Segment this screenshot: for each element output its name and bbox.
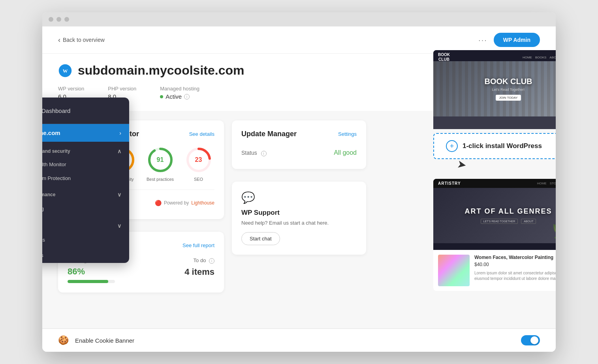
- artistry-content: 🌿 ART OF ALL GENRES LET'S READ TOGETHER …: [433, 188, 556, 243]
- gauge-label-seo: SEO: [194, 177, 203, 182]
- staging-label: Staging: [42, 206, 44, 212]
- artistry-topbar: ARTISTRY HOME STORY CONTACT: [433, 179, 556, 188]
- bc-nav-home: HOME: [523, 56, 532, 59]
- sidebar-item-performance[interactable]: Performance ∨: [42, 185, 129, 201]
- powered-by-text: Powered by: [164, 200, 189, 206]
- artistry-card: ARTISTRY HOME STORY CONTACT 🌿 ART OF ALL…: [433, 179, 556, 250]
- todo-section: To do i 4 items: [184, 257, 214, 277]
- top-bar-right: ··· WP Admin: [478, 33, 540, 47]
- gauge-label-best-practices: Best practices: [147, 177, 174, 182]
- artistry-nav-home: HOME: [537, 182, 547, 185]
- book-club-title: BOOK CLUB: [484, 77, 532, 86]
- sidebar-item-health-monitor[interactable]: Health Monitor: [42, 158, 129, 171]
- cookie-icon: 🍪: [58, 335, 69, 345]
- artistry-logo: ARTISTRY: [438, 181, 461, 186]
- sidebar-dashboard-label: Dashboard: [42, 107, 70, 114]
- gauge-value-seo: 23: [195, 156, 202, 163]
- watercolor-image: [438, 255, 470, 286]
- artistry-plant-icon: 🌿: [552, 221, 556, 239]
- start-chat-button[interactable]: Start chat: [241, 232, 280, 245]
- sidebar-item-staging[interactable]: Staging: [42, 201, 129, 216]
- sidebar-site-item[interactable]: one.com ›: [42, 124, 129, 142]
- artistry-title: ART OF ALL GENRES: [464, 207, 552, 216]
- browser-titlebar: [42, 12, 556, 26]
- browser-dot-close: [49, 17, 53, 22]
- book-club-logo: BOOKCLUB: [438, 53, 450, 62]
- status-info-icon[interactable]: i: [261, 151, 267, 156]
- hosting-status: Active i: [160, 93, 199, 100]
- todo-label: To do i: [194, 257, 214, 264]
- cursor-arrow-icon: ➤: [456, 157, 467, 171]
- book-club-nav: HOME BOOKS ABOUT CONTACT: [523, 56, 556, 59]
- plugins-label: Plugins: [42, 252, 43, 258]
- todo-info-icon[interactable]: i: [209, 258, 214, 264]
- score-value: 86%: [68, 266, 115, 277]
- overlay-cards: BOOKCLUB HOME BOOKS ABOUT CONTACT BOOK C…: [433, 50, 556, 291]
- php-version-label: PHP version: [108, 86, 136, 92]
- cookie-toggle[interactable]: [521, 335, 540, 345]
- update-card-header: Update Manager Settings: [241, 130, 357, 138]
- sidebar-site-name: one.com: [42, 129, 115, 136]
- sidebar-item-health-and-security[interactable]: Health and security ∧: [42, 142, 129, 158]
- update-card-title: Update Manager: [241, 130, 297, 138]
- cookie-banner-text: Enable Cookie Banner: [75, 337, 515, 344]
- support-icon: 💬: [241, 191, 357, 204]
- cookie-toggle-wrap: [521, 335, 540, 345]
- site-domain: subdomain.mycoolsite.com: [78, 63, 244, 78]
- sidebar-item-themes[interactable]: Themes: [42, 232, 129, 248]
- wp-support-card: 💬 WP Support Need help? Email us start a…: [232, 182, 366, 255]
- support-text: Need help? Email us start a chat here.: [241, 220, 357, 226]
- todo-label-text: To do: [194, 257, 206, 263]
- sidebar-item-plugins[interactable]: Plugins: [42, 248, 129, 263]
- artistry-nav: HOME STORY CONTACT: [537, 182, 556, 185]
- settings-link[interactable]: Settings: [338, 131, 357, 137]
- browser-dot-min: [56, 17, 61, 22]
- status-label-text: Status: [241, 150, 257, 156]
- top-bar: Back to overview ··· WP Admin: [42, 26, 556, 54]
- gauge-best-practices: 91 Best practices: [147, 146, 174, 182]
- browser-dot-max: [64, 17, 69, 22]
- sidebar-item-spam-protection[interactable]: Spam Protection: [42, 171, 129, 185]
- install-plus-icon: +: [446, 140, 458, 152]
- hosting-status-text: Active: [165, 93, 182, 100]
- hosting-label: Managed hosting: [160, 86, 199, 92]
- install-box[interactable]: + 1-click install WordPress: [433, 133, 556, 159]
- book-club-card: BOOKCLUB HOME BOOKS ABOUT CONTACT BOOK C…: [433, 50, 556, 129]
- cookie-banner: 🍪 Enable Cookie Banner: [42, 328, 556, 352]
- hosting-item: Managed hosting Active i: [160, 86, 199, 100]
- perf-see-details-link[interactable]: See details: [189, 131, 214, 137]
- browser-content: Back to overview ··· WP Admin W subdomai…: [42, 26, 556, 352]
- themes-label: Themes: [42, 237, 45, 243]
- lighthouse-badge: 🔴 Powered by Lighthouse: [155, 200, 214, 206]
- artistry-btn-about: ABOUT: [521, 219, 536, 224]
- sidebar-item-utility[interactable]: Utility ∨: [42, 216, 129, 232]
- hosting-info-icon[interactable]: i: [184, 94, 190, 99]
- lighthouse-icon: 🔴: [155, 200, 162, 206]
- toggle-knob: [530, 336, 538, 344]
- install-text: 1-click install WordPress: [463, 142, 542, 150]
- artistry-cta: LET'S READ TOGETHER ABOUT: [481, 219, 536, 224]
- score-bar-fill: [68, 280, 108, 283]
- status-label: Status i: [241, 150, 267, 156]
- chevron-down-icon-utility: ∨: [117, 223, 121, 229]
- health-see-report-link[interactable]: See full report: [182, 242, 214, 248]
- status-row: Status i All good: [241, 146, 357, 159]
- todo-count: 4 items: [184, 267, 214, 277]
- right-cards: Update Manager Settings Status i All goo…: [232, 120, 366, 293]
- svg-text:W: W: [63, 68, 68, 74]
- more-options-button[interactable]: ···: [478, 36, 487, 45]
- score-bar-wrap: [68, 280, 115, 283]
- status-dot: [160, 95, 163, 98]
- wp-admin-button[interactable]: WP Admin: [494, 33, 540, 47]
- support-title: WP Support: [241, 209, 357, 217]
- watercolor-title: Women Faces, Watercolor Painting: [474, 255, 556, 260]
- back-link[interactable]: Back to overview: [58, 36, 105, 44]
- wp-version-label: WP version: [58, 86, 84, 92]
- sidebar: ⊘ Dashboard one.com › Health and securit…: [42, 98, 129, 263]
- join-today-button[interactable]: JOIN TODAY: [496, 95, 521, 101]
- book-club-subtitle: Let's Read Together!: [492, 88, 525, 92]
- performance-section-label: Performance: [42, 192, 55, 197]
- bc-nav-about: ABOUT: [549, 56, 556, 59]
- watercolor-description: Lorem ipsum dolor sit amet consectetur a…: [474, 270, 556, 281]
- status-value: All good: [334, 149, 357, 156]
